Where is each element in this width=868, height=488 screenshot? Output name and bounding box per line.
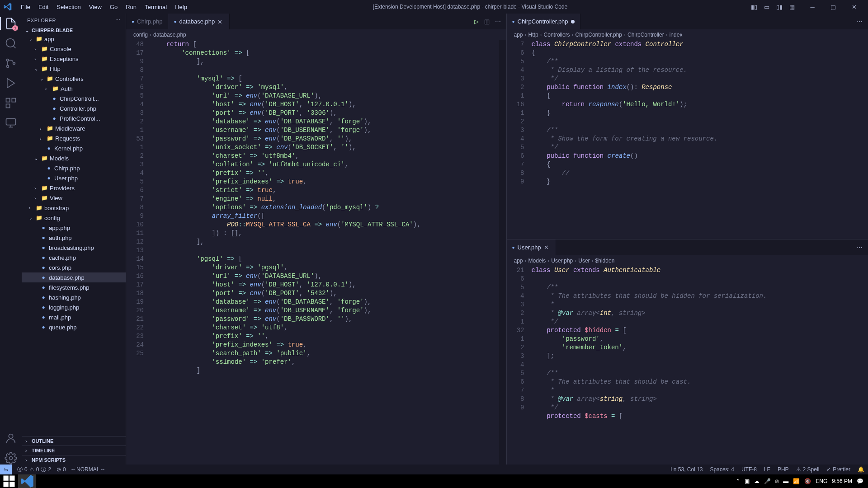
- tray-icon[interactable]: ☁: [754, 478, 760, 484]
- more-actions-icon[interactable]: ⋯: [857, 18, 863, 25]
- folder-controllers[interactable]: ⌄📁Controllers: [22, 74, 126, 84]
- tray-lang[interactable]: ENG: [816, 478, 827, 484]
- notifications-icon[interactable]: 🔔: [858, 466, 864, 473]
- file-filesystems.php[interactable]: ●filesystems.php: [22, 282, 126, 292]
- code-editor-right-bottom[interactable]: 2165432132123456789 class User extends A…: [507, 266, 868, 465]
- file-auth.php[interactable]: ●auth.php: [22, 233, 126, 243]
- folder-exceptions[interactable]: ›📁Exceptions: [22, 54, 126, 64]
- customize-layout-icon[interactable]: ▦: [788, 2, 797, 11]
- file-cors.php[interactable]: ●cors.php: [22, 263, 126, 272]
- folder-console[interactable]: ›📁Console: [22, 44, 126, 54]
- npm-section[interactable]: ›NPM SCRIPTS: [22, 455, 126, 465]
- breadcrumbs-left[interactable]: config›database.php: [126, 29, 506, 40]
- file-mail.php[interactable]: ●mail.php: [22, 312, 126, 322]
- tray-chevron-icon[interactable]: ⌃: [736, 478, 740, 484]
- folder-config[interactable]: ⌄📁config: [22, 213, 126, 223]
- menu-edit[interactable]: Edit: [35, 2, 52, 12]
- prettier[interactable]: ✓ Prettier: [826, 466, 850, 473]
- problems[interactable]: ⓧ 0 ⚠ 0 ⓘ 2: [17, 466, 51, 474]
- file-user.php[interactable]: ●User.php: [22, 173, 126, 183]
- tray-mic-icon[interactable]: 🎤: [764, 478, 771, 484]
- tray-battery-icon[interactable]: ▬: [783, 478, 788, 484]
- tray-icon[interactable]: ⎚: [775, 478, 778, 484]
- run-debug-icon[interactable]: [5, 77, 17, 89]
- panel-bottom-icon[interactable]: ▭: [762, 2, 771, 11]
- menu-file[interactable]: File: [17, 2, 34, 12]
- folder-http[interactable]: ⌄📁Http: [22, 64, 126, 74]
- remote-indicator[interactable]: ⇋: [0, 465, 12, 474]
- folder-requests[interactable]: ›📁Requests: [22, 133, 126, 143]
- maximize-button[interactable]: ▢: [823, 0, 844, 14]
- file-cache.php[interactable]: ●cache.php: [22, 253, 126, 263]
- folder-auth[interactable]: ›📁Auth: [22, 84, 126, 94]
- file-hashing.php[interactable]: ●hashing.php: [22, 292, 126, 302]
- menu-terminal[interactable]: Terminal: [141, 2, 170, 12]
- file-profilecontrol...[interactable]: ●ProfileControl...: [22, 113, 126, 123]
- folder-app[interactable]: ⌄📁app: [22, 34, 126, 44]
- file-broadcasting.php[interactable]: ●broadcasting.php: [22, 243, 126, 253]
- minimap[interactable]: [499, 40, 506, 465]
- tab-database.php[interactable]: ●database.php✕: [168, 14, 230, 29]
- breadcrumbs-right-top[interactable]: app›Http›Controllers›ChirpController.php…: [507, 29, 868, 40]
- folder-providers[interactable]: ›📁Providers: [22, 183, 126, 193]
- file-chirp.php[interactable]: ●Chirp.php: [22, 163, 126, 173]
- file-logging.php[interactable]: ●logging.php: [22, 302, 126, 312]
- outline-section[interactable]: ›OUTLINE: [22, 436, 126, 446]
- folder-middleware[interactable]: ›📁Middleware: [22, 123, 126, 133]
- tab-chirpcontroller.php[interactable]: ●ChirpController.php: [507, 14, 580, 29]
- workspace-folder[interactable]: ⌄ CHIRPER-BLADE: [22, 27, 126, 34]
- account-icon[interactable]: [5, 432, 17, 445]
- file-app.php[interactable]: ●app.php: [22, 223, 126, 233]
- remote-icon[interactable]: [5, 117, 17, 129]
- menu-selection[interactable]: Selection: [53, 2, 84, 12]
- tray-icon[interactable]: ▣: [745, 478, 750, 484]
- code-editor-right-top[interactable]: 765432116123456789 class ChirpController…: [507, 40, 868, 239]
- language-mode[interactable]: PHP: [778, 466, 789, 473]
- menu-go[interactable]: Go: [106, 2, 121, 12]
- panel-left-icon[interactable]: ▮▯: [750, 2, 759, 11]
- folder-bootstrap[interactable]: ›📁bootstrap: [22, 203, 126, 213]
- menu-run[interactable]: Run: [122, 2, 140, 12]
- file-chirpcontroll...[interactable]: ●ChirpControll...: [22, 94, 126, 103]
- run-icon[interactable]: ▷: [474, 18, 479, 25]
- tray-notifications-icon[interactable]: 💬: [857, 478, 863, 484]
- tab-chirp.php[interactable]: ●Chirp.php: [126, 14, 168, 29]
- file-kernel.php[interactable]: ●Kernel.php: [22, 143, 126, 153]
- tab-user.php[interactable]: ●User.php✕: [507, 239, 556, 255]
- more-icon[interactable]: ⋯: [115, 17, 121, 23]
- timeline-section[interactable]: ›TIMELINE: [22, 446, 126, 455]
- vscode-task-icon[interactable]: [18, 474, 36, 488]
- source-control-icon[interactable]: [5, 57, 17, 70]
- extensions-icon[interactable]: [5, 97, 17, 109]
- code-content[interactable]: return [ 'connections' => [ ], 'mysql' =…: [151, 40, 499, 465]
- eol[interactable]: LF: [764, 466, 770, 473]
- file-controller.php[interactable]: ●Controller.php: [22, 103, 126, 113]
- search-icon[interactable]: [5, 37, 17, 50]
- folder-models[interactable]: ⌄📁Models: [22, 153, 126, 163]
- minimize-button[interactable]: ─: [802, 0, 823, 14]
- code-content[interactable]: class ChirpController extends Controller…: [532, 40, 868, 239]
- more-actions-icon[interactable]: ⋯: [495, 18, 501, 25]
- file-database.php[interactable]: ●database.php: [22, 272, 126, 282]
- file-queue.php[interactable]: ●queue.php: [22, 322, 126, 332]
- tray-volume-icon[interactable]: 🔇: [804, 478, 811, 484]
- close-button[interactable]: ✕: [844, 0, 864, 14]
- menu-help[interactable]: Help: [171, 2, 191, 12]
- more-actions-icon[interactable]: ⋯: [857, 244, 863, 251]
- panel-right-icon[interactable]: ▯▮: [775, 2, 784, 11]
- folder-view[interactable]: ›📁View: [22, 193, 126, 203]
- tray-time[interactable]: 9:56 PM: [832, 478, 852, 484]
- split-icon[interactable]: ◫: [484, 18, 490, 25]
- cursor-position[interactable]: Ln 53, Col 13: [670, 466, 703, 473]
- explorer-icon[interactable]: 1: [5, 17, 17, 30]
- spell[interactable]: ⚠ 2 Spell: [796, 466, 820, 473]
- encoding[interactable]: UTF-8: [741, 466, 757, 473]
- tray-wifi-icon[interactable]: 📶: [793, 478, 800, 484]
- code-content[interactable]: class User extends Authenticatable /** *…: [532, 266, 868, 465]
- breadcrumbs-right-bottom[interactable]: app›Models›User.php›User›$hidden: [507, 255, 868, 266]
- menu-view[interactable]: View: [85, 2, 105, 12]
- indentation[interactable]: Spaces: 4: [710, 466, 734, 473]
- start-button[interactable]: [0, 474, 18, 488]
- settings-icon[interactable]: [5, 452, 17, 465]
- ports[interactable]: ⊚ 0: [57, 466, 66, 473]
